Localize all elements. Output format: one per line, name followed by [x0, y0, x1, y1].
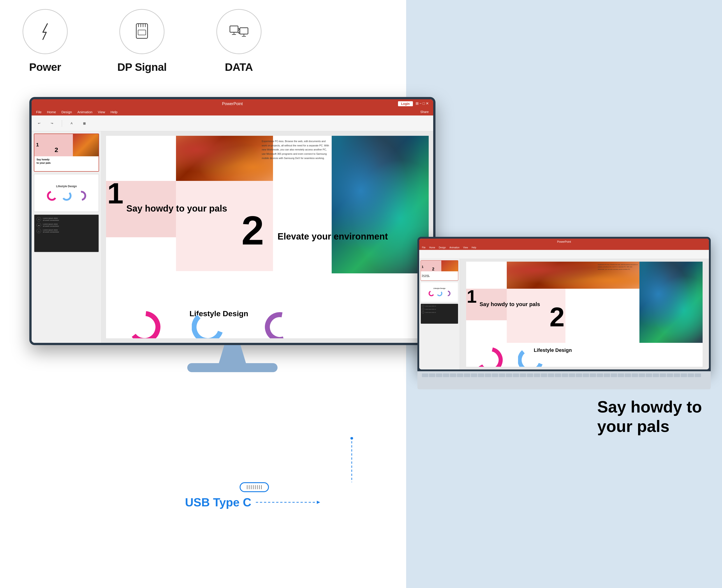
- monitors-icon: [229, 21, 249, 42]
- usb-pin-8: [261, 485, 262, 489]
- data-label: DATA: [225, 61, 253, 73]
- key-5: [450, 374, 456, 377]
- key-21: [562, 374, 568, 377]
- laptop-slide-thumb-3[interactable]: Lorem ipsum dolor sit Lorem ipsum dolor …: [420, 303, 458, 324]
- ribbon-layout[interactable]: ▦: [81, 121, 87, 126]
- ribbon-format[interactable]: A: [69, 121, 75, 126]
- lt1-pink-bg: [421, 260, 441, 271]
- key-26: [597, 374, 603, 377]
- lt3-content: Lorem ipsum dolor sit Lorem ipsum dolor …: [421, 304, 458, 324]
- slide-number-1: 1: [107, 178, 123, 208]
- key-15: [520, 374, 526, 377]
- laptop-slide-thumb-2[interactable]: Lifestyle Design: [420, 282, 458, 302]
- key-24: [583, 374, 589, 377]
- lc-num2: 2: [550, 303, 565, 331]
- ppt-ribbon: ↩ ↪ A ▦: [32, 115, 433, 131]
- ribbon-redo[interactable]: ↪: [49, 121, 55, 126]
- key-16: [527, 374, 533, 377]
- laptop-keyboard: [417, 371, 711, 389]
- menu-home[interactable]: Home: [47, 110, 56, 114]
- share-button[interactable]: Share: [420, 110, 429, 114]
- key-3: [436, 374, 442, 377]
- laptop-menu-design[interactable]: Design: [439, 246, 446, 249]
- key-1: [422, 374, 428, 377]
- usb-pin-5: [255, 485, 256, 489]
- key-33: [646, 374, 652, 377]
- svg-point-19: [437, 291, 442, 296]
- menu-design[interactable]: Design: [61, 110, 72, 114]
- key-8: [471, 374, 477, 377]
- thumb2-donut1: [46, 190, 58, 202]
- thumb3-text1b: sit amet consectetur: [43, 219, 96, 221]
- usb-pin-7: [259, 485, 260, 489]
- key-19: [548, 374, 554, 377]
- lc-teal-img: [639, 261, 703, 343]
- slide-donut-3: [264, 309, 295, 338]
- laptop-menu-help[interactable]: Help: [472, 246, 476, 249]
- key-40: [695, 374, 701, 377]
- slide-thumb-1[interactable]: 1 2 Say howdyto your pals: [34, 133, 99, 172]
- usb-pin-6: [257, 485, 258, 489]
- key-13: [506, 374, 512, 377]
- lt3-row1: Lorem ipsum dolor sit: [422, 305, 457, 307]
- svg-rect-6: [230, 26, 238, 32]
- menu-animation[interactable]: Animation: [77, 110, 92, 114]
- thumb3-icon3: △: [37, 229, 41, 233]
- key-12: [499, 374, 505, 377]
- laptop-screen-container: PowerPoint File Home Design Animation Vi…: [417, 237, 711, 371]
- usb-pin-3: [251, 485, 252, 489]
- laptop-ribbon: [419, 250, 709, 259]
- laptop-slide-thumb-1[interactable]: 1 2 Say howdyto your pals: [420, 260, 458, 280]
- thumb3-row3: △ Lorem ipsum dolor sit amet consectetur: [37, 229, 96, 233]
- laptop-menu-animation[interactable]: Animation: [450, 246, 459, 249]
- key-36: [667, 374, 673, 377]
- laptop-menu-view[interactable]: View: [463, 246, 468, 249]
- usb-vertical-line: [348, 437, 355, 482]
- laptop-menu-file[interactable]: File: [422, 246, 426, 249]
- menu-view[interactable]: View: [98, 110, 105, 114]
- svg-point-15: [129, 309, 163, 338]
- lt3-text1: Lorem ipsum dolor sit: [425, 306, 436, 307]
- menu-file[interactable]: File: [36, 110, 42, 114]
- ribbon-undo[interactable]: ↩: [36, 121, 42, 126]
- slide-2-preview: Lifestyle Design: [34, 174, 99, 212]
- key-29: [618, 374, 624, 377]
- thumb1-num2: 2: [55, 146, 58, 153]
- thumb2-donut2: [61, 190, 72, 202]
- svg-point-14: [77, 192, 85, 200]
- laptop-menu-home[interactable]: Home: [429, 246, 435, 249]
- slide-donut-1: [129, 307, 169, 338]
- svg-rect-5: [138, 30, 146, 35]
- lt2-content: Lifestyle Design: [421, 282, 458, 302]
- key-14: [513, 374, 519, 377]
- slide-thumb-2[interactable]: Lifestyle Design: [34, 174, 99, 212]
- lt3-text3: Lorem ipsum dolor sit: [425, 312, 436, 313]
- ribbon-divider: [62, 120, 62, 127]
- key-9: [478, 374, 484, 377]
- dp-signal-label: DP Signal: [117, 61, 167, 73]
- ppt-menu-bar: File Home Design Animation View Help Sha…: [32, 108, 433, 115]
- usb-pin-2: [249, 485, 250, 489]
- laptop-ppt-title: PowerPoint: [557, 240, 571, 244]
- laptop-ppt-titlebar: PowerPoint: [419, 239, 709, 245]
- lc-text-block: Experience PC-less. Browse the web, edit…: [598, 264, 638, 270]
- lt2-donut3: [445, 290, 451, 297]
- key-20: [555, 374, 561, 377]
- thumb2-donut3: [76, 190, 87, 202]
- key-37: [674, 374, 680, 377]
- slide-thumb-3[interactable]: ⊙ Lorem ipsum dolor sit amet consectetur…: [34, 214, 99, 252]
- key-27: [604, 374, 610, 377]
- lt2-donut2: [436, 290, 443, 297]
- svg-point-21: [477, 345, 504, 367]
- key-18: [541, 374, 547, 377]
- lt1-marble-bg: [441, 260, 458, 271]
- lt2-donut1: [428, 290, 435, 297]
- key-2: [429, 374, 435, 377]
- ppt-login-button[interactable]: Login: [398, 101, 413, 106]
- sd-card-icon: [132, 21, 152, 42]
- lt1-num1: 1: [422, 265, 424, 269]
- menu-help[interactable]: Help: [110, 110, 118, 114]
- lt2-title: Lifestyle Design: [433, 288, 446, 289]
- ppt-content-area: 1 2 Say howdyto your pals Lifestyle Desi…: [32, 131, 433, 343]
- usb-pins: [247, 485, 262, 489]
